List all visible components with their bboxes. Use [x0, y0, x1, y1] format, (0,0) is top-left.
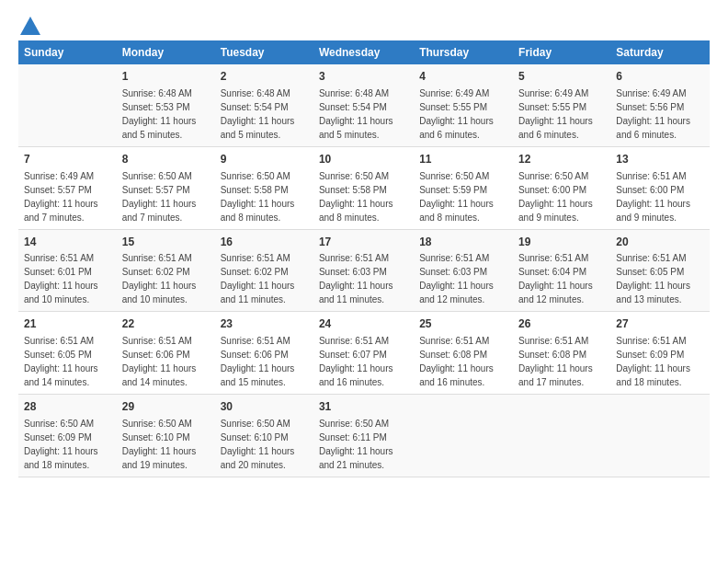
day-number: 25: [419, 316, 507, 332]
sunrise: Sunrise: 6:51 AM: [616, 171, 686, 181]
calendar-cell: 6 Sunrise: 6:49 AM Sunset: 5:56 PM Dayli…: [610, 64, 710, 146]
day-number: 17: [319, 235, 408, 250]
day-number: 24: [319, 316, 408, 332]
day-number: 6: [616, 69, 704, 85]
sunset: Sunset: 6:10 PM: [221, 432, 289, 442]
calendar-cell: 25 Sunrise: 6:51 AM Sunset: 6:08 PM Dayl…: [414, 312, 513, 395]
day-number: 12: [518, 152, 605, 167]
sunset: Sunset: 6:07 PM: [319, 350, 387, 360]
logo-icon: [20, 17, 40, 35]
calendar-cell: 4 Sunrise: 6:49 AM Sunset: 5:55 PM Dayli…: [414, 64, 513, 146]
sunrise: Sunrise: 6:50 AM: [24, 419, 94, 429]
daylight: Daylight: 11 hours and 6 minutes.: [419, 116, 494, 140]
header-row: SundayMondayTuesdayWednesdayThursdayFrid…: [18, 40, 710, 64]
daylight: Daylight: 11 hours and 10 minutes.: [24, 281, 98, 304]
sunrise: Sunrise: 6:51 AM: [319, 336, 389, 346]
day-header-monday: Monday: [117, 40, 215, 64]
page-header: [18, 18, 710, 31]
day-number: 20: [616, 235, 704, 250]
sunrise: Sunrise: 6:51 AM: [122, 336, 192, 346]
sunrise: Sunrise: 6:50 AM: [419, 171, 489, 181]
sunset: Sunset: 5:58 PM: [319, 185, 387, 195]
daylight: Daylight: 11 hours and 12 minutes.: [419, 281, 494, 304]
sunset: Sunset: 5:53 PM: [122, 102, 190, 112]
daylight: Daylight: 11 hours and 7 minutes.: [24, 199, 98, 223]
sunset: Sunset: 6:06 PM: [221, 350, 289, 360]
sunset: Sunset: 6:01 PM: [24, 267, 92, 277]
calendar-cell: 10 Sunrise: 6:50 AM Sunset: 5:58 PM Dayl…: [313, 146, 414, 229]
daylight: Daylight: 11 hours and 5 minutes.: [319, 116, 393, 140]
calendar-cell: [414, 395, 513, 477]
sunrise: Sunrise: 6:51 AM: [24, 253, 94, 263]
sunset: Sunset: 6:00 PM: [616, 185, 684, 195]
sunset: Sunset: 5:55 PM: [518, 102, 586, 112]
calendar-cell: 1 Sunrise: 6:48 AM Sunset: 5:53 PM Dayli…: [117, 64, 215, 146]
day-number: 7: [24, 152, 111, 167]
calendar-cell: 31 Sunrise: 6:50 AM Sunset: 6:11 PM Dayl…: [313, 395, 414, 477]
daylight: Daylight: 11 hours and 7 minutes.: [122, 199, 197, 223]
sunrise: Sunrise: 6:51 AM: [24, 336, 94, 346]
sunset: Sunset: 6:03 PM: [419, 267, 487, 277]
day-number: 18: [419, 235, 507, 250]
daylight: Daylight: 11 hours and 5 minutes.: [221, 116, 295, 140]
sunset: Sunset: 6:02 PM: [122, 267, 190, 277]
sunrise: Sunrise: 6:50 AM: [518, 171, 588, 181]
daylight: Daylight: 11 hours and 6 minutes.: [518, 116, 593, 140]
week-row-4: 21 Sunrise: 6:51 AM Sunset: 6:05 PM Dayl…: [18, 312, 710, 395]
sunrise: Sunrise: 6:48 AM: [319, 88, 389, 98]
day-header-tuesday: Tuesday: [215, 40, 313, 64]
sunrise: Sunrise: 6:48 AM: [221, 88, 290, 98]
daylight: Daylight: 11 hours and 18 minutes.: [24, 446, 98, 470]
sunrise: Sunrise: 6:49 AM: [419, 88, 489, 98]
calendar-cell: 30 Sunrise: 6:50 AM Sunset: 6:10 PM Dayl…: [215, 395, 313, 477]
calendar-cell: 29 Sunrise: 6:50 AM Sunset: 6:10 PM Dayl…: [117, 395, 215, 477]
day-number: 3: [319, 69, 408, 85]
sunset: Sunset: 6:04 PM: [518, 267, 586, 277]
calendar-cell: 24 Sunrise: 6:51 AM Sunset: 6:07 PM Dayl…: [313, 312, 414, 395]
day-header-wednesday: Wednesday: [313, 40, 414, 64]
sunset: Sunset: 5:55 PM: [419, 102, 487, 112]
calendar-cell: 26 Sunrise: 6:51 AM Sunset: 6:08 PM Dayl…: [513, 312, 610, 395]
sunrise: Sunrise: 6:51 AM: [419, 336, 489, 346]
daylight: Daylight: 11 hours and 11 minutes.: [221, 281, 295, 304]
sunset: Sunset: 6:09 PM: [616, 350, 684, 360]
day-header-friday: Friday: [513, 40, 610, 64]
sunrise: Sunrise: 6:51 AM: [419, 253, 489, 263]
sunset: Sunset: 5:58 PM: [221, 185, 289, 195]
calendar-cell: 5 Sunrise: 6:49 AM Sunset: 5:55 PM Dayli…: [513, 64, 610, 146]
calendar-cell: 3 Sunrise: 6:48 AM Sunset: 5:54 PM Dayli…: [313, 64, 414, 146]
calendar-cell: 9 Sunrise: 6:50 AM Sunset: 5:58 PM Dayli…: [215, 146, 313, 229]
day-number: 16: [221, 235, 308, 250]
sunset: Sunset: 5:54 PM: [221, 102, 289, 112]
daylight: Daylight: 11 hours and 18 minutes.: [616, 363, 690, 387]
sunset: Sunset: 6:10 PM: [122, 432, 190, 442]
day-number: 5: [518, 69, 605, 85]
sunset: Sunset: 5:57 PM: [122, 185, 190, 195]
calendar-cell: 20 Sunrise: 6:51 AM Sunset: 6:05 PM Dayl…: [610, 229, 710, 312]
daylight: Daylight: 11 hours and 10 minutes.: [122, 281, 197, 304]
daylight: Daylight: 11 hours and 11 minutes.: [319, 281, 393, 304]
calendar-cell: 14 Sunrise: 6:51 AM Sunset: 6:01 PM Dayl…: [18, 229, 117, 312]
sunset: Sunset: 5:59 PM: [419, 185, 487, 195]
sunset: Sunset: 5:54 PM: [319, 102, 387, 112]
sunset: Sunset: 6:05 PM: [616, 267, 684, 277]
day-header-thursday: Thursday: [414, 40, 513, 64]
daylight: Daylight: 11 hours and 19 minutes.: [122, 446, 197, 470]
calendar-cell: [18, 64, 117, 146]
sunrise: Sunrise: 6:50 AM: [221, 171, 290, 181]
sunrise: Sunrise: 6:49 AM: [518, 88, 588, 98]
daylight: Daylight: 11 hours and 16 minutes.: [419, 363, 494, 387]
sunrise: Sunrise: 6:51 AM: [616, 253, 686, 263]
day-number: 10: [319, 152, 408, 167]
daylight: Daylight: 11 hours and 8 minutes.: [419, 199, 494, 223]
sunrise: Sunrise: 6:51 AM: [518, 336, 588, 346]
sunrise: Sunrise: 6:50 AM: [122, 171, 192, 181]
week-row-2: 7 Sunrise: 6:49 AM Sunset: 5:57 PM Dayli…: [18, 146, 710, 229]
daylight: Daylight: 11 hours and 16 minutes.: [319, 363, 393, 387]
day-number: 8: [122, 152, 210, 167]
sunrise: Sunrise: 6:49 AM: [616, 88, 686, 98]
calendar-cell: 12 Sunrise: 6:50 AM Sunset: 6:00 PM Dayl…: [513, 146, 610, 229]
daylight: Daylight: 11 hours and 9 minutes.: [518, 199, 593, 223]
day-number: 15: [122, 235, 210, 250]
logo: [18, 18, 40, 31]
